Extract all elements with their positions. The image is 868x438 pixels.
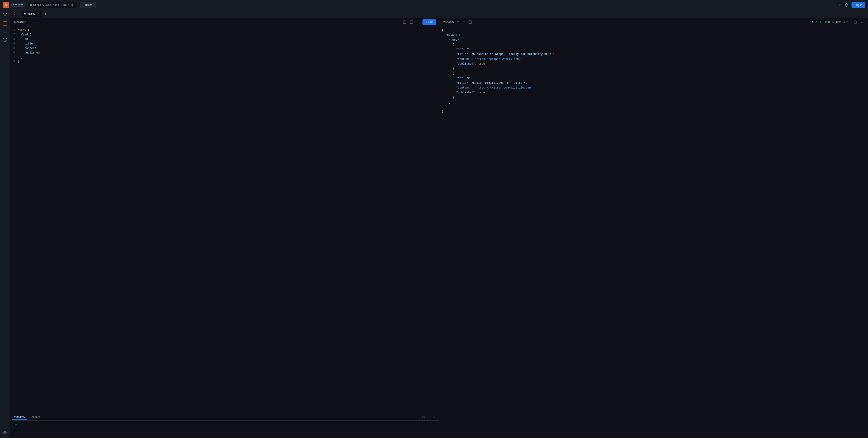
response-header: Response STATUS 200: [439, 18, 868, 26]
response-panel: Response STATUS 200: [439, 18, 868, 438]
sidebar-icon-explorer[interactable]: [1, 12, 8, 19]
sidebar-icons: [0, 10, 10, 438]
status-code: 200: [825, 21, 830, 24]
operation-panel-header: Operation ⋯ Run: [10, 18, 439, 26]
topbar-right: Log in: [838, 2, 865, 8]
run-button-label: Run: [428, 21, 433, 24]
response-body: { "data": { "feed": [ { "id": "1", "titl…: [439, 26, 868, 438]
tab-close-button[interactable]: ✕: [37, 13, 40, 15]
url-settings-button[interactable]: [70, 3, 75, 7]
url-text: http://localhost:8080/: [33, 3, 69, 6]
code-editor[interactable]: 1 query { 2 feed { 3 id 4 title: [10, 26, 439, 413]
tab-label: Unnamed: [24, 12, 35, 15]
new-tab-button[interactable]: +: [43, 12, 48, 16]
more-options-button[interactable]: ⋯: [416, 20, 421, 24]
bottom-tabs: Variables Headers JSON: [10, 413, 439, 420]
run-button[interactable]: Run: [423, 19, 436, 25]
response-copy-button[interactable]: [853, 20, 858, 24]
operation-panel: Operation ⋯ Run: [10, 18, 439, 438]
response-chevron-button[interactable]: [456, 21, 460, 24]
collapse-sidebar-button[interactable]: [12, 11, 21, 16]
variables-line-number: 1: [13, 423, 20, 426]
bottom-panel: Variables Headers JSON 1: [10, 413, 439, 438]
response-status: STATUS 200 60.0ms 259B: [812, 20, 865, 24]
variables-tab[interactable]: Variables: [12, 414, 27, 420]
sidebar-icon-schema[interactable]: [1, 20, 8, 27]
tab-unnamed[interactable]: Unnamed ✕: [22, 11, 42, 17]
response-table-view-button[interactable]: [468, 20, 473, 24]
response-time: 60.0ms: [833, 21, 841, 24]
code-line-3: 3 id: [10, 37, 439, 41]
code-line-6: 6 published: [10, 50, 439, 55]
app-logo: A: [3, 2, 9, 8]
sandbox-badge: SANDBOX: [11, 3, 25, 7]
copy-operation-button[interactable]: [402, 20, 407, 24]
editor-response: Operation ⋯ Run: [10, 18, 868, 438]
notifications-icon-button[interactable]: [845, 3, 848, 7]
help-icon-button[interactable]: [838, 3, 842, 7]
response-list-view-button[interactable]: [461, 20, 466, 24]
login-button[interactable]: Log in: [851, 2, 865, 8]
tab-bar-container: Unnamed ✕ + Operation ⋯: [10, 10, 868, 438]
response-size: 259B: [844, 21, 850, 24]
response-actions: [456, 20, 473, 24]
code-line-2: 2 feed {: [10, 33, 439, 37]
code-line-8: 8 }: [10, 60, 439, 64]
bottom-panel-collapse-button[interactable]: [432, 415, 436, 419]
response-download-button[interactable]: [861, 20, 865, 24]
code-line-7: 7 }: [10, 55, 439, 60]
json-label: JSON: [420, 415, 430, 419]
url-bar: http://localhost:8080/: [28, 2, 78, 8]
main-layout: Unnamed ✕ + Operation ⋯: [0, 10, 868, 438]
sidebar-icon-docs[interactable]: [1, 28, 8, 35]
headers-tab[interactable]: Headers: [28, 414, 41, 419]
topbar: A SANDBOX http://localhost:8080/ Publish…: [0, 0, 868, 10]
response-title: Response: [442, 21, 455, 24]
code-line-1: 1 query {: [10, 28, 439, 33]
operation-panel-actions: ⋯ Run: [402, 19, 436, 25]
code-line-4: 4 title: [10, 41, 439, 46]
bottom-content: 1: [10, 420, 439, 438]
connection-status-dot: [30, 4, 32, 6]
publish-button[interactable]: Publish: [80, 2, 96, 8]
tab-bar: Unnamed ✕ +: [10, 10, 868, 18]
sidebar-icon-history[interactable]: [1, 36, 8, 43]
operation-panel-title: Operation: [13, 21, 26, 24]
code-line-5: 5 content: [10, 46, 439, 50]
prettify-button[interactable]: [409, 20, 414, 24]
sidebar-icon-collapse[interactable]: [1, 429, 8, 436]
status-label: STATUS: [812, 21, 823, 24]
